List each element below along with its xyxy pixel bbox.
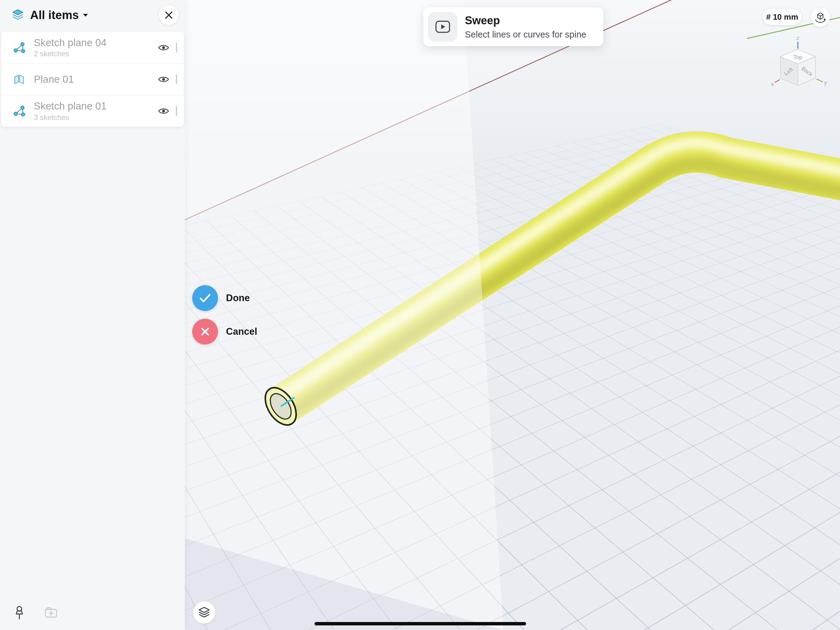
folder-plus-icon: [44, 605, 58, 620]
items-sidebar: All items Sketch plane: [0, 0, 185, 630]
plane-icon: [12, 73, 26, 86]
drag-handle[interactable]: [176, 106, 177, 116]
video-tutorial-button[interactable]: [428, 12, 458, 41]
tool-title: Sweep: [465, 14, 586, 27]
drag-handle[interactable]: [176, 74, 177, 84]
viewport-3d[interactable]: [185, 0, 840, 630]
axis-x-label: x: [771, 81, 774, 87]
sidebar-title[interactable]: All items: [30, 9, 79, 22]
sidebar-item-sketch-plane-04[interactable]: Sketch plane 04 2 sketches: [1, 32, 184, 63]
axis-x-tick: [775, 80, 780, 82]
sketch-icon: [12, 41, 26, 54]
close-sidebar-button[interactable]: [159, 5, 178, 25]
viewcube-label-top: Top: [793, 54, 802, 60]
eye-icon: [158, 107, 169, 115]
view-settings-button[interactable]: [811, 8, 830, 27]
sweep-hint-tooltip: Sweep Select lines or curves for spine: [423, 7, 603, 46]
items-list: Sketch plane 04 2 sketches Plane: [1, 32, 184, 127]
sidebar-header: All items: [0, 0, 185, 30]
item-label: Plane 01: [34, 73, 74, 85]
home-indicator[interactable]: [314, 622, 526, 625]
items-panel-button[interactable]: [193, 602, 215, 624]
item-label: Sketch plane 01: [34, 100, 107, 112]
pin-icon: [12, 605, 27, 620]
done-button[interactable]: Done: [192, 285, 250, 311]
visibility-toggle[interactable]: [157, 107, 171, 115]
x-icon: [201, 327, 210, 336]
done-label: Done: [226, 293, 250, 304]
chevron-down-icon[interactable]: [82, 13, 88, 17]
canvas-fade: [185, 0, 840, 630]
app-window: All items Sketch plane: [0, 0, 840, 630]
cancel-button[interactable]: Cancel: [192, 319, 257, 345]
check-icon: [199, 293, 211, 303]
video-play-icon: [434, 19, 452, 34]
visibility-toggle[interactable]: [157, 75, 171, 83]
sidebar-item-plane-01[interactable]: Plane 01: [1, 63, 184, 95]
pin-sidebar-button[interactable]: [12, 605, 27, 620]
axis-y-label: y: [824, 79, 827, 86]
cancel-label: Cancel: [226, 326, 257, 337]
layers-icon: [197, 606, 211, 619]
cancel-circle[interactable]: [192, 319, 218, 345]
visibility-toggle[interactable]: [157, 44, 171, 52]
layers-logo-icon: [11, 8, 25, 22]
item-sublabel: 2 sketches: [34, 49, 107, 58]
axis-y-tick: [816, 79, 823, 82]
done-circle[interactable]: [192, 285, 218, 311]
item-label: Sketch plane 04: [34, 37, 107, 49]
sidebar-item-sketch-plane-01[interactable]: Sketch plane 01 3 sketches: [1, 95, 184, 127]
orbit-cube-icon: [813, 10, 827, 24]
sketch-icon: [12, 104, 26, 118]
tool-instruction: Select lines or curves for spine: [465, 30, 586, 40]
eye-icon: [158, 44, 169, 52]
axis-z-label: z: [796, 35, 799, 41]
drag-handle[interactable]: [176, 43, 177, 52]
view-cube[interactable]: Top Left Back z x y: [769, 34, 829, 94]
close-icon: [164, 11, 174, 20]
add-folder-button[interactable]: [44, 605, 58, 620]
eye-icon: [158, 75, 169, 83]
dimension-badge[interactable]: # 10 mm: [763, 9, 802, 25]
item-sublabel: 3 sketches: [34, 113, 107, 122]
